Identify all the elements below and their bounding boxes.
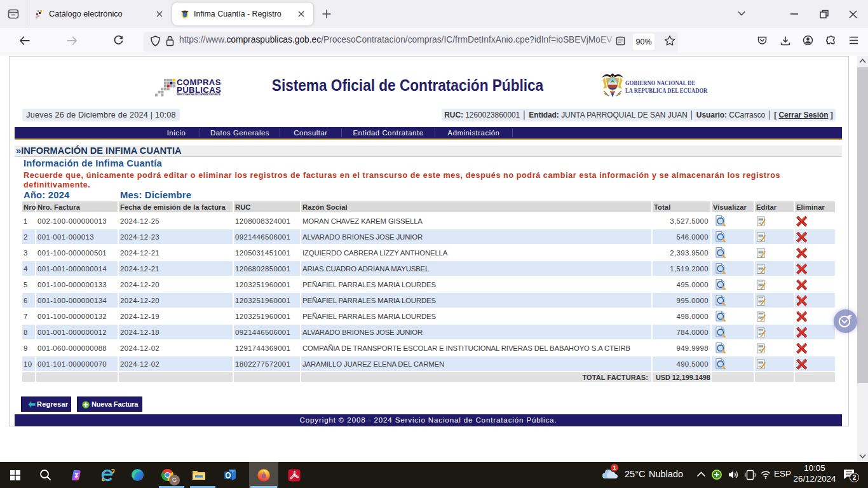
svg-text:1: 1 xyxy=(613,464,616,471)
